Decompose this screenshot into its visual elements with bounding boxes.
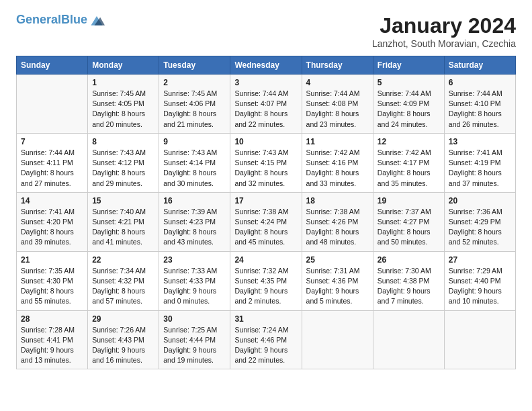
- day-number: 8: [92, 137, 154, 146]
- day-info: Sunrise: 7:40 AMSunset: 4:21 PMDaylight:…: [92, 207, 154, 248]
- day-number: 13: [449, 137, 511, 146]
- calendar-cell: 18Sunrise: 7:38 AMSunset: 4:26 PMDayligh…: [302, 192, 373, 251]
- calendar-cell: 31Sunrise: 7:24 AMSunset: 4:46 PMDayligh…: [230, 310, 302, 369]
- day-number: 14: [21, 196, 83, 205]
- calendar-cell: 10Sunrise: 7:43 AMSunset: 4:15 PMDayligh…: [230, 133, 302, 192]
- day-info: Sunrise: 7:37 AMSunset: 4:27 PMDaylight:…: [378, 207, 440, 248]
- calendar-cell: [373, 310, 444, 369]
- calendar-cell: 7Sunrise: 7:44 AMSunset: 4:11 PMDaylight…: [17, 133, 88, 192]
- logo-icon: [89, 13, 105, 27]
- day-number: 11: [306, 137, 369, 146]
- week-row-0: 1Sunrise: 7:45 AMSunset: 4:05 PMDaylight…: [17, 75, 516, 134]
- calendar-cell: 28Sunrise: 7:28 AMSunset: 4:41 PMDayligh…: [17, 310, 88, 369]
- calendar-cell: 2Sunrise: 7:45 AMSunset: 4:06 PMDaylight…: [159, 75, 230, 134]
- calendar-cell: 15Sunrise: 7:40 AMSunset: 4:21 PMDayligh…: [88, 192, 159, 251]
- header-row: SundayMondayTuesdayWednesdayThursdayFrid…: [17, 56, 516, 75]
- day-info: Sunrise: 7:24 AMSunset: 4:46 PMDaylight:…: [234, 325, 297, 366]
- day-number: 15: [92, 196, 154, 205]
- calendar-cell: [444, 310, 515, 369]
- calendar-cell: [17, 75, 88, 134]
- day-info: Sunrise: 7:28 AMSunset: 4:41 PMDaylight:…: [21, 325, 83, 366]
- day-info: Sunrise: 7:38 AMSunset: 4:26 PMDaylight:…: [306, 207, 369, 248]
- day-info: Sunrise: 7:41 AMSunset: 4:20 PMDaylight:…: [21, 207, 83, 248]
- logo-general: General: [16, 13, 61, 26]
- calendar-cell: 13Sunrise: 7:41 AMSunset: 4:19 PMDayligh…: [444, 133, 515, 192]
- day-number: 24: [234, 255, 297, 265]
- day-info: Sunrise: 7:42 AMSunset: 4:17 PMDaylight:…: [378, 148, 440, 189]
- calendar-cell: 11Sunrise: 7:42 AMSunset: 4:16 PMDayligh…: [302, 133, 373, 192]
- calendar-cell: 24Sunrise: 7:32 AMSunset: 4:35 PMDayligh…: [230, 251, 302, 310]
- day-number: 28: [21, 314, 83, 324]
- day-number: 1: [92, 78, 154, 87]
- calendar-cell: 23Sunrise: 7:33 AMSunset: 4:33 PMDayligh…: [159, 251, 230, 310]
- day-info: Sunrise: 7:44 AMSunset: 4:11 PMDaylight:…: [21, 148, 83, 189]
- day-info: Sunrise: 7:45 AMSunset: 4:05 PMDaylight:…: [92, 89, 154, 130]
- day-number: 2: [163, 78, 226, 87]
- calendar-cell: 25Sunrise: 7:31 AMSunset: 4:36 PMDayligh…: [302, 251, 373, 310]
- day-info: Sunrise: 7:41 AMSunset: 4:19 PMDaylight:…: [449, 148, 511, 189]
- day-info: Sunrise: 7:43 AMSunset: 4:14 PMDaylight:…: [163, 148, 226, 189]
- day-info: Sunrise: 7:43 AMSunset: 4:12 PMDaylight:…: [92, 148, 154, 189]
- calendar-cell: 17Sunrise: 7:38 AMSunset: 4:24 PMDayligh…: [230, 192, 302, 251]
- day-number: 25: [306, 255, 369, 265]
- calendar-cell: 27Sunrise: 7:29 AMSunset: 4:40 PMDayligh…: [444, 251, 515, 310]
- calendar-cell: 21Sunrise: 7:35 AMSunset: 4:30 PMDayligh…: [17, 251, 88, 310]
- main-title: January 2024: [372, 13, 516, 38]
- calendar-cell: 4Sunrise: 7:44 AMSunset: 4:08 PMDaylight…: [302, 75, 373, 134]
- day-info: Sunrise: 7:25 AMSunset: 4:44 PMDaylight:…: [163, 325, 226, 366]
- day-number: 17: [234, 196, 297, 205]
- calendar-cell: [302, 310, 373, 369]
- day-number: 12: [378, 137, 440, 146]
- header-cell-tuesday: Tuesday: [159, 56, 230, 75]
- calendar-cell: 30Sunrise: 7:25 AMSunset: 4:44 PMDayligh…: [159, 310, 230, 369]
- header-cell-saturday: Saturday: [444, 56, 515, 75]
- day-info: Sunrise: 7:31 AMSunset: 4:36 PMDaylight:…: [306, 266, 369, 307]
- day-number: 7: [21, 137, 83, 146]
- header-cell-wednesday: Wednesday: [230, 56, 302, 75]
- day-number: 21: [21, 255, 83, 265]
- calendar-cell: 1Sunrise: 7:45 AMSunset: 4:05 PMDaylight…: [88, 75, 159, 134]
- calendar-cell: 22Sunrise: 7:34 AMSunset: 4:32 PMDayligh…: [88, 251, 159, 310]
- calendar-cell: 3Sunrise: 7:44 AMSunset: 4:07 PMDaylight…: [230, 75, 302, 134]
- day-info: Sunrise: 7:33 AMSunset: 4:33 PMDaylight:…: [163, 266, 226, 307]
- day-info: Sunrise: 7:44 AMSunset: 4:07 PMDaylight:…: [234, 89, 297, 130]
- day-info: Sunrise: 7:36 AMSunset: 4:29 PMDaylight:…: [449, 207, 511, 248]
- day-number: 31: [234, 314, 297, 324]
- week-row-1: 7Sunrise: 7:44 AMSunset: 4:11 PMDaylight…: [17, 133, 516, 192]
- day-number: 27: [449, 255, 511, 265]
- day-info: Sunrise: 7:35 AMSunset: 4:30 PMDaylight:…: [21, 266, 83, 307]
- header-cell-monday: Monday: [88, 56, 159, 75]
- logo-blue: Blue: [61, 13, 87, 26]
- page: GeneralBlue January 2024 Lanzhot, South …: [0, 0, 532, 411]
- day-info: Sunrise: 7:42 AMSunset: 4:16 PMDaylight:…: [306, 148, 369, 189]
- day-info: Sunrise: 7:39 AMSunset: 4:23 PMDaylight:…: [163, 207, 226, 248]
- day-info: Sunrise: 7:44 AMSunset: 4:10 PMDaylight:…: [449, 89, 511, 130]
- header: GeneralBlue January 2024 Lanzhot, South …: [16, 13, 516, 49]
- calendar-cell: 5Sunrise: 7:44 AMSunset: 4:09 PMDaylight…: [373, 75, 444, 134]
- day-number: 19: [378, 196, 440, 205]
- header-cell-thursday: Thursday: [302, 56, 373, 75]
- header-cell-sunday: Sunday: [17, 56, 88, 75]
- day-info: Sunrise: 7:29 AMSunset: 4:40 PMDaylight:…: [449, 266, 511, 307]
- calendar-cell: 29Sunrise: 7:26 AMSunset: 4:43 PMDayligh…: [88, 310, 159, 369]
- day-number: 5: [378, 78, 440, 87]
- day-number: 26: [378, 255, 440, 265]
- calendar-cell: 12Sunrise: 7:42 AMSunset: 4:17 PMDayligh…: [373, 133, 444, 192]
- day-number: 4: [306, 78, 369, 87]
- day-number: 6: [449, 78, 511, 87]
- calendar-body: 1Sunrise: 7:45 AMSunset: 4:05 PMDaylight…: [17, 75, 516, 369]
- logo: GeneralBlue: [16, 13, 105, 27]
- day-number: 10: [234, 137, 297, 146]
- calendar-cell: 19Sunrise: 7:37 AMSunset: 4:27 PMDayligh…: [373, 192, 444, 251]
- day-number: 23: [163, 255, 226, 265]
- calendar-cell: 9Sunrise: 7:43 AMSunset: 4:14 PMDaylight…: [159, 133, 230, 192]
- day-number: 20: [449, 196, 511, 205]
- calendar-table: SundayMondayTuesdayWednesdayThursdayFrid…: [16, 56, 516, 369]
- day-info: Sunrise: 7:44 AMSunset: 4:08 PMDaylight:…: [306, 89, 369, 130]
- day-info: Sunrise: 7:26 AMSunset: 4:43 PMDaylight:…: [92, 325, 154, 366]
- day-info: Sunrise: 7:38 AMSunset: 4:24 PMDaylight:…: [234, 207, 297, 248]
- day-number: 29: [92, 314, 154, 324]
- day-number: 3: [234, 78, 297, 87]
- day-info: Sunrise: 7:32 AMSunset: 4:35 PMDaylight:…: [234, 266, 297, 307]
- day-number: 30: [163, 314, 226, 324]
